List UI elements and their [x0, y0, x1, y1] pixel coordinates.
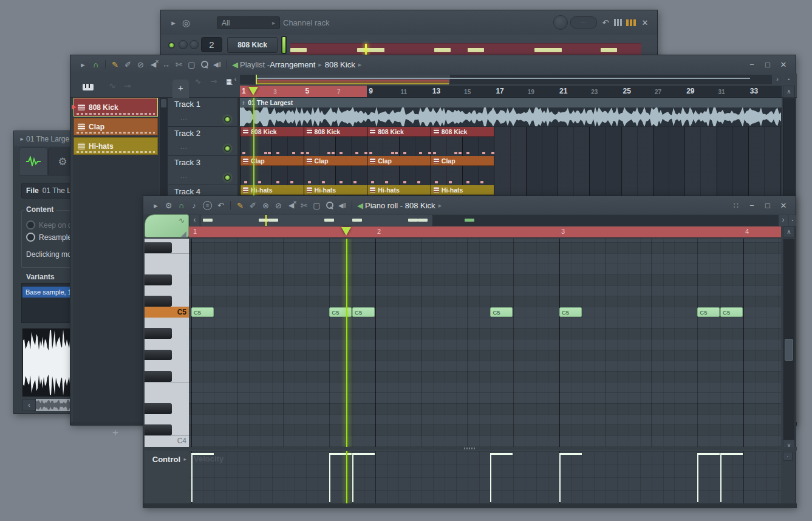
- menu-list-icon[interactable]: ≡: [203, 201, 212, 210]
- tab-chan[interactable]: ⊸CHAN: [206, 75, 222, 98]
- pattern-clip-808-kick[interactable]: 808 Kick: [367, 127, 431, 156]
- audio-clip-01-the-largest[interactable]: ⊦01 The Largest: [240, 98, 782, 127]
- track-enable-led[interactable]: [224, 174, 231, 181]
- close-button[interactable]: ✕: [777, 201, 790, 210]
- velocity-bar[interactable]: [352, 453, 353, 502]
- pattern-item-808-kick[interactable]: ▶808 Kick: [73, 98, 158, 117]
- variants-list-item-selected[interactable]: Base sample, 1: [22, 287, 77, 298]
- playlist-timeline[interactable]: 1357911131517192123252729313335: [240, 86, 782, 98]
- automation-mode-icon[interactable]: ⊸: [124, 81, 131, 90]
- add-pattern-button[interactable]: +: [109, 427, 121, 439]
- scroll-right-button[interactable]: ›: [773, 75, 782, 84]
- velocity-bar[interactable]: [329, 453, 330, 502]
- magnet-icon[interactable]: ∩: [89, 61, 102, 69]
- pattern-clip-808-kick[interactable]: 808 Kick: [304, 127, 367, 156]
- pattern-item-hi-hats[interactable]: Hi-hats: [73, 137, 158, 155]
- maximize-button[interactable]: □: [762, 201, 774, 210]
- note-c5[interactable]: C5: [352, 307, 375, 317]
- note-c5[interactable]: C5: [490, 307, 513, 317]
- key-f4[interactable]: [145, 382, 189, 393]
- slip-tool-icon[interactable]: ✄: [172, 61, 185, 69]
- zoom-tool-icon[interactable]: [323, 201, 336, 209]
- channel-display[interactable]: 2: [201, 37, 222, 52]
- track-header-3[interactable]: Track 3...: [168, 156, 237, 185]
- playback-tool-icon[interactable]: ◀‖: [336, 202, 349, 209]
- scroll-right-button[interactable]: ›: [779, 215, 788, 226]
- velocity-cap[interactable]: [191, 453, 214, 455]
- scroll-size-button[interactable]: ▪: [789, 215, 796, 226]
- swing-pill[interactable]: ···: [570, 16, 597, 29]
- scrollbar-thumb[interactable]: [161, 99, 166, 107]
- scroll-left-button[interactable]: ‹: [231, 75, 239, 84]
- key-c5[interactable]: C5: [145, 307, 189, 318]
- wrench-icon[interactable]: ⚙: [162, 202, 175, 209]
- track-enable-led[interactable]: [224, 145, 231, 152]
- select-tool-icon[interactable]: ▢: [185, 61, 198, 69]
- note-icon[interactable]: ♪: [188, 202, 200, 209]
- close-button[interactable]: ✕: [777, 60, 790, 69]
- velocity-bar[interactable]: [720, 453, 722, 502]
- select-tool-icon[interactable]: ▢: [310, 202, 323, 209]
- pencil-tool-icon[interactable]: ✎: [109, 61, 121, 69]
- track-header-2[interactable]: Track 2...: [168, 127, 237, 156]
- piano-roll-timeline[interactable]: 1234: [189, 226, 781, 237]
- slip-tool-icon[interactable]: ✄: [298, 202, 310, 209]
- key-fs5[interactable]: [145, 242, 172, 253]
- scroll-thumb[interactable]: [201, 215, 432, 226]
- key-e4[interactable]: [145, 392, 189, 403]
- key-as4[interactable]: [145, 328, 172, 339]
- key-g4[interactable]: [145, 360, 189, 371]
- channel-filter-select[interactable]: All ▸: [217, 16, 280, 29]
- velocity-cap[interactable]: [329, 453, 352, 455]
- menu-arrow-icon[interactable]: ▸: [18, 136, 26, 142]
- tab-sample[interactable]: [19, 148, 48, 175]
- layout-grid-icon[interactable]: [626, 19, 636, 26]
- pattern-clip-clap[interactable]: Clap: [304, 156, 367, 185]
- scroll-up-button[interactable]: ∧: [783, 226, 795, 237]
- note-c5[interactable]: C5: [697, 307, 720, 317]
- playback-tool-icon[interactable]: ◀‖: [211, 61, 223, 68]
- playhead-marker[interactable]: [248, 87, 258, 95]
- undo-icon[interactable]: ↶: [214, 202, 227, 209]
- minimize-button[interactable]: −: [746, 60, 758, 69]
- key-b4[interactable]: [145, 318, 189, 329]
- piano-keyboard[interactable]: C5C4: [145, 239, 189, 447]
- playlist-title-sub[interactable]: 808 Kick: [325, 60, 355, 69]
- delete-tool-icon[interactable]: ⊘: [272, 202, 285, 209]
- track-header-1[interactable]: Track 1...: [168, 98, 237, 127]
- minimize-button[interactable]: −: [746, 201, 758, 210]
- stretch-tool-icon[interactable]: ↔: [160, 61, 172, 69]
- target-icon[interactable]: ◎: [180, 18, 193, 27]
- playlist-scroll-strip[interactable]: [240, 75, 772, 84]
- key-d5[interactable]: [145, 285, 189, 296]
- channel-target-meter[interactable]: [281, 36, 287, 54]
- control-label[interactable]: Control: [152, 455, 180, 464]
- paint-tool-icon[interactable]: ✐: [121, 61, 134, 69]
- velocity-cap[interactable]: [697, 453, 720, 455]
- key-ds4[interactable]: [145, 403, 172, 414]
- maximize-button[interactable]: □: [762, 60, 774, 69]
- add-view-tab[interactable]: +: [172, 80, 189, 98]
- pattern-clip-808-kick[interactable]: 808 Kick: [431, 127, 494, 156]
- velocity-bar[interactable]: [559, 453, 561, 502]
- zoom-tool-icon[interactable]: [198, 60, 211, 69]
- menu-arrow-icon[interactable]: ▸: [167, 19, 180, 27]
- magnet-icon[interactable]: ∩: [175, 202, 188, 209]
- paint-delete-tool-icon[interactable]: ⊗: [259, 202, 272, 209]
- key-e5[interactable]: [145, 264, 189, 274]
- velocity-lane[interactable]: Velocity: [189, 451, 781, 503]
- menu-arrow-icon[interactable]: ▸: [149, 202, 162, 209]
- track-enable-led[interactable]: [224, 116, 231, 123]
- note-c5[interactable]: C5: [329, 307, 352, 317]
- speaker-icon[interactable]: ◀: [230, 61, 240, 69]
- playhead-marker[interactable]: [341, 227, 351, 236]
- mute-tool-icon[interactable]: ◀✕: [147, 60, 160, 69]
- pattern-clip-808-kick[interactable]: 808 Kick: [240, 127, 304, 156]
- undo-icon[interactable]: ↶: [599, 18, 612, 27]
- key-ds5[interactable]: [145, 274, 172, 285]
- scroll-left-button[interactable]: ‹: [190, 215, 199, 226]
- velocity-cap[interactable]: [490, 453, 513, 455]
- control-lane-option-button[interactable]: ·: [783, 452, 793, 461]
- graph-editor-icon[interactable]: [614, 19, 624, 26]
- pattern-clip-clap[interactable]: Clap: [431, 156, 494, 185]
